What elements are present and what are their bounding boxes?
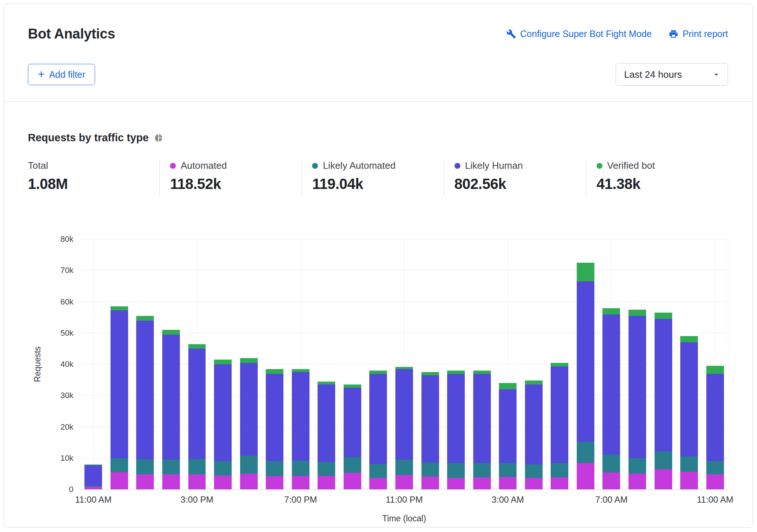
bar-segment-likely-automated[interactable]	[473, 463, 491, 477]
bar-segment-likely-human[interactable]	[395, 369, 413, 460]
time-range-select[interactable]: Last 24 hours	[616, 63, 728, 86]
bar-segment-automated[interactable]	[188, 474, 206, 489]
bar-segment-verified-bot[interactable]	[655, 313, 672, 319]
bar-segment-likely-human[interactable]	[577, 281, 594, 442]
bar-segment-automated[interactable]	[473, 477, 491, 489]
bar-segment-verified-bot[interactable]	[188, 344, 206, 349]
bar-segment-verified-bot[interactable]	[499, 383, 517, 389]
bar-segment-likely-automated[interactable]	[551, 463, 568, 477]
bar-segment-automated[interactable]	[292, 476, 309, 490]
bar-segment-automated[interactable]	[214, 475, 232, 489]
stat-likely-automated[interactable]: Likely Automated 119.04k	[301, 159, 443, 195]
bar-segment-automated[interactable]	[629, 474, 646, 489]
bar-segment-automated[interactable]	[680, 472, 698, 489]
bar-segment-likely-human[interactable]	[551, 367, 568, 463]
bar-segment-verified-bot[interactable]	[447, 371, 465, 374]
bar-segment-likely-automated[interactable]	[680, 456, 698, 472]
bar-segment-likely-automated[interactable]	[162, 460, 180, 474]
bar-segment-likely-human[interactable]	[292, 372, 309, 461]
bar-segment-likely-automated[interactable]	[188, 459, 206, 474]
bar-segment-verified-bot[interactable]	[111, 306, 128, 310]
bar-segment-likely-automated[interactable]	[344, 457, 361, 473]
bar-segment-verified-bot[interactable]	[421, 372, 439, 375]
bar-segment-verified-bot[interactable]	[136, 316, 154, 321]
bar-segment-automated[interactable]	[318, 476, 335, 489]
bar-segment-automated[interactable]	[602, 473, 620, 489]
bar-segment-likely-automated[interactable]	[499, 463, 517, 477]
bar-segment-likely-human[interactable]	[136, 321, 154, 460]
bar-segment-verified-bot[interactable]	[240, 358, 258, 363]
bar-segment-verified-bot[interactable]	[706, 366, 724, 374]
bar-segment-verified-bot[interactable]	[629, 310, 646, 316]
bar-segment-likely-human[interactable]	[240, 363, 258, 456]
bar-segment-likely-automated[interactable]	[240, 456, 258, 474]
bar-segment-automated[interactable]	[499, 477, 517, 489]
bar-segment-likely-automated[interactable]	[292, 461, 309, 475]
bar-segment-automated[interactable]	[525, 478, 543, 489]
bar-segment-automated[interactable]	[162, 474, 180, 489]
bar-segment-automated[interactable]	[577, 463, 594, 489]
bar-segment-verified-bot[interactable]	[369, 371, 387, 374]
bar-segment-likely-automated[interactable]	[629, 458, 646, 474]
bar-segment-likely-automated[interactable]	[214, 461, 232, 475]
bar-segment-likely-automated[interactable]	[655, 451, 672, 469]
bar-segment-likely-human[interactable]	[499, 389, 517, 463]
bar-segment-verified-bot[interactable]	[395, 367, 413, 369]
bar-segment-automated[interactable]	[421, 477, 439, 489]
bar-segment-verified-bot[interactable]	[318, 382, 335, 385]
bar-segment-likely-human[interactable]	[680, 342, 698, 456]
bar-segment-verified-bot[interactable]	[473, 371, 491, 374]
bar-segment-automated[interactable]	[344, 473, 361, 489]
bar-segment-likely-human[interactable]	[447, 374, 465, 463]
configure-super-bot-fight-mode-link[interactable]: Configure Super Bot Fight Mode	[506, 29, 652, 39]
bar-segment-verified-bot[interactable]	[577, 263, 594, 281]
bar-segment-likely-automated[interactable]	[602, 455, 620, 473]
bar-segment-verified-bot[interactable]	[214, 360, 232, 364]
bar-segment-likely-human[interactable]	[214, 364, 232, 461]
add-filter-button[interactable]: + Add filter	[28, 64, 95, 85]
bar-segment-likely-human[interactable]	[655, 319, 672, 451]
bar-segment-likely-human[interactable]	[188, 349, 206, 459]
bar-segment-verified-bot[interactable]	[266, 369, 283, 374]
bar-segment-automated[interactable]	[84, 487, 102, 489]
bar-segment-likely-human[interactable]	[266, 374, 283, 462]
bar-segment-likely-automated[interactable]	[266, 461, 283, 476]
bar-segment-likely-human[interactable]	[629, 316, 646, 458]
bar-segment-likely-automated[interactable]	[318, 462, 335, 476]
bar-segment-verified-bot[interactable]	[292, 369, 309, 372]
bar-segment-likely-human[interactable]	[602, 314, 620, 455]
bar-segment-verified-bot[interactable]	[680, 336, 698, 342]
bar-segment-likely-automated[interactable]	[84, 486, 102, 487]
bar-segment-likely-human[interactable]	[421, 375, 439, 463]
stat-verified-bot[interactable]: Verified bot 41.38k	[586, 159, 728, 195]
bar-segment-verified-bot[interactable]	[84, 464, 102, 466]
bar-segment-likely-automated[interactable]	[395, 460, 413, 475]
bar-segment-verified-bot[interactable]	[551, 363, 568, 367]
bar-segment-verified-bot[interactable]	[602, 308, 620, 314]
bar-segment-automated[interactable]	[655, 469, 672, 489]
stat-automated[interactable]: Automated 118.52k	[159, 159, 301, 195]
bar-segment-automated[interactable]	[551, 477, 568, 489]
bar-segment-automated[interactable]	[136, 474, 154, 489]
bar-segment-likely-human[interactable]	[84, 465, 102, 485]
bar-segment-automated[interactable]	[111, 472, 128, 489]
bar-segment-likely-automated[interactable]	[421, 463, 439, 477]
bar-segment-automated[interactable]	[706, 474, 724, 489]
bar-segment-likely-human[interactable]	[162, 335, 180, 460]
bar-segment-automated[interactable]	[240, 474, 258, 489]
stat-likely-human[interactable]: Likely Human 802.56k	[444, 159, 586, 195]
print-report-link[interactable]: Print report	[669, 29, 728, 39]
bar-segment-verified-bot[interactable]	[162, 330, 180, 335]
bar-segment-verified-bot[interactable]	[525, 380, 543, 385]
bar-segment-likely-human[interactable]	[706, 374, 724, 462]
bar-segment-automated[interactable]	[369, 478, 387, 489]
bar-segment-automated[interactable]	[447, 478, 465, 489]
bar-segment-likely-human[interactable]	[473, 374, 491, 463]
bar-segment-likely-automated[interactable]	[706, 461, 724, 474]
bar-segment-likely-human[interactable]	[344, 388, 361, 457]
bar-segment-likely-automated[interactable]	[111, 458, 128, 472]
bar-segment-likely-automated[interactable]	[447, 463, 465, 478]
bar-segment-verified-bot[interactable]	[344, 385, 361, 388]
bar-segment-likely-human[interactable]	[318, 385, 335, 462]
bar-segment-likely-automated[interactable]	[369, 464, 387, 478]
